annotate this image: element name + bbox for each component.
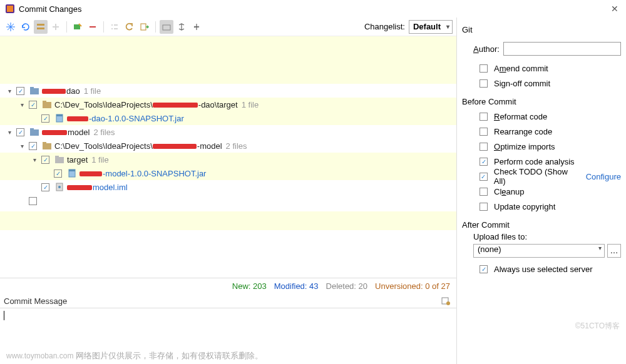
always-server-option[interactable]: ✓ Always use selected server (462, 261, 621, 276)
close-button[interactable]: ✕ (608, 4, 621, 14)
signoff-checkbox[interactable] (480, 79, 488, 88)
svg-rect-10 (163, 25, 170, 30)
tree-item-label: C:\Dev_Tools\IdeaProjects\-model (54, 141, 222, 151)
tree-item-label: dao (42, 86, 80, 96)
chevron-icon[interactable]: ▾ (18, 101, 26, 108)
reformat-label: Reformat code (494, 112, 547, 121)
tree-checkbox[interactable]: ✓ (54, 169, 62, 178)
copyright-checkbox[interactable] (480, 203, 488, 211)
todo-checkbox[interactable]: ✓ (480, 173, 488, 181)
signoff-commit-option[interactable]: Sign-off commit (462, 76, 621, 91)
svg-rect-14 (43, 101, 46, 103)
chevron-icon[interactable]: ▾ (5, 88, 14, 94)
tree-row[interactable]: ▾✓target1 file (0, 153, 456, 166)
git-section-title: Git (462, 20, 621, 38)
tree-checkbox[interactable]: ✓ (16, 128, 24, 136)
module-icon (29, 127, 39, 137)
svg-rect-17 (30, 129, 39, 136)
separator (155, 21, 156, 33)
copyright-option[interactable]: Update copyright (462, 199, 621, 214)
upload-row: (none) … (462, 241, 621, 261)
always-server-checkbox[interactable]: ✓ (480, 265, 488, 273)
collapse-button[interactable] (190, 20, 203, 34)
upload-label: Upload files to: (462, 232, 621, 241)
analysis-label: Perform code analysis (494, 157, 575, 166)
optimize-option[interactable]: Optimize imports (462, 139, 621, 154)
cleanup-option[interactable]: Cleanup (462, 184, 621, 199)
refresh-button[interactable] (19, 20, 33, 34)
svg-rect-5 (111, 24, 113, 26)
move-button[interactable] (138, 20, 151, 34)
expand-button[interactable] (175, 20, 188, 34)
changelist-label: Changelist: (364, 22, 405, 31)
author-label: Author: (473, 44, 500, 54)
tree-row[interactable]: ▾✓C:\Dev_Tools\IdeaProjects\-model2 file… (0, 139, 456, 153)
folder-plain-icon (54, 154, 64, 164)
iml-icon (54, 182, 64, 192)
optimize-label: Optimize imports (494, 142, 555, 151)
left-panel: Changelist: Default ▾✓dao1 file▾✓C:\Dev_… (0, 18, 457, 364)
upload-browse-button[interactable]: … (607, 244, 621, 258)
tree-checkbox[interactable]: ✓ (16, 87, 24, 95)
show-diff-button[interactable] (4, 20, 18, 34)
watermark: ©51CTO博客 (575, 321, 620, 331)
tree-item-label: model (42, 128, 90, 137)
tree-row[interactable]: ✓-model-1.0.0-SNAPSHOT.jar (0, 166, 456, 180)
tree-row[interactable]: ▾✓dao1 file (0, 84, 456, 98)
analysis-checkbox[interactable]: ✓ (480, 158, 488, 166)
tree-row[interactable]: ▾✓C:\Dev_Tools\IdeaProjects\-dao\target1… (0, 98, 456, 111)
svg-rect-3 (37, 28, 44, 29)
changelist-button[interactable] (71, 20, 85, 34)
chevron-icon[interactable]: ▾ (18, 143, 26, 149)
svg-rect-8 (114, 28, 118, 29)
tree-row[interactable]: ✓-dao-1.0.0-SNAPSHOT.jar (0, 111, 456, 125)
tree-row[interactable] (0, 194, 456, 208)
tree-row[interactable]: ✓model.iml (0, 180, 456, 194)
tree-row[interactable]: ▾✓model2 files (0, 125, 456, 139)
author-input[interactable] (503, 42, 621, 56)
group-by-dir-button[interactable] (160, 20, 173, 34)
amend-checkbox[interactable] (480, 64, 488, 73)
svg-rect-19 (43, 143, 51, 149)
svg-rect-2 (37, 24, 44, 26)
remove-button[interactable] (86, 20, 100, 34)
after-commit-title: After Commit (462, 214, 621, 232)
reformat-option[interactable]: Reformat code (462, 109, 621, 124)
upload-select[interactable]: (none) (473, 244, 605, 258)
tree-checkbox[interactable]: ✓ (41, 114, 49, 123)
svg-rect-6 (114, 24, 118, 26)
rearrange-checkbox[interactable] (480, 128, 488, 136)
svg-rect-18 (30, 128, 34, 130)
cleanup-checkbox[interactable] (480, 188, 488, 196)
titlebar: Commit Changes ✕ (0, 0, 626, 18)
todo-option[interactable]: ✓ Check TODO (Show All) Configure (462, 169, 621, 184)
amend-commit-option[interactable]: Amend commit (462, 61, 621, 76)
stats-bar: New: 203 Modified: 43 Deleted: 20 Unvers… (0, 278, 456, 294)
chevron-icon[interactable]: ▾ (30, 156, 39, 163)
group-button[interactable] (34, 20, 48, 34)
svg-rect-16 (56, 114, 63, 116)
tree-checkbox[interactable]: ✓ (29, 142, 37, 150)
stat-new: New: 203 (232, 281, 267, 291)
svg-rect-4 (74, 24, 80, 29)
revert-button[interactable] (123, 20, 136, 34)
tree-checkbox[interactable]: ✓ (29, 101, 37, 109)
stat-modified: Modified: 43 (274, 281, 319, 291)
rearrange-option[interactable]: Rearrange code (462, 124, 621, 139)
tree-checkbox[interactable] (29, 197, 37, 205)
changelist-dropdown[interactable]: Default (409, 20, 453, 34)
svg-point-28 (446, 301, 450, 305)
tree-checkbox[interactable]: ✓ (41, 156, 49, 164)
svg-rect-1 (7, 6, 13, 12)
file-tree[interactable]: ▾✓dao1 file▾✓C:\Dev_Tools\IdeaProjects\-… (0, 36, 456, 278)
tree-item-label: C:\Dev_Tools\IdeaProjects\-dao\target (54, 100, 238, 109)
optimize-checkbox[interactable] (480, 143, 488, 151)
todo-label: Check TODO (Show All) (494, 167, 580, 186)
always-server-label: Always use selected server (494, 265, 593, 274)
tree-checkbox[interactable]: ✓ (41, 183, 49, 191)
file-count: 1 file (84, 86, 101, 96)
reformat-checkbox[interactable] (480, 113, 488, 121)
history-button[interactable] (439, 294, 453, 308)
chevron-icon[interactable]: ▾ (5, 129, 14, 136)
configure-link[interactable]: Configure (586, 172, 621, 181)
